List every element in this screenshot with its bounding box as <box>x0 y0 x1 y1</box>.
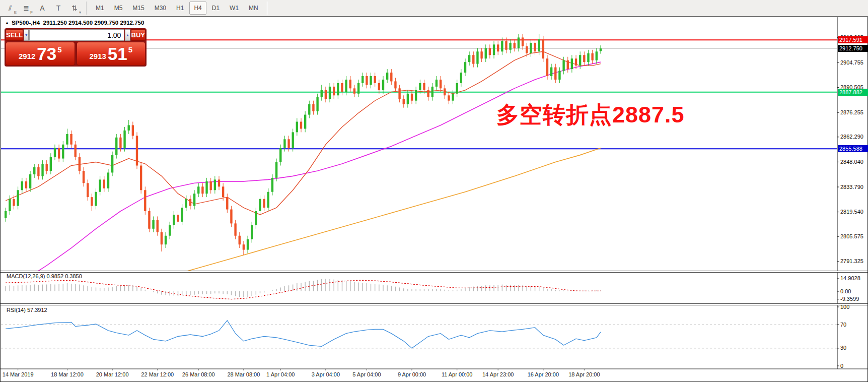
volume-increase-button[interactable]: ▲ <box>125 29 130 41</box>
time-axis-label: 1 Apr 04:00 <box>266 371 295 377</box>
price-axis-tick: 2904.755 <box>840 59 863 66</box>
time-axis-label: 14 Mar 2019 <box>3 371 34 377</box>
price-axis-tick: 2805.575 <box>840 233 863 239</box>
timeframe-button-M5[interactable]: M5 <box>110 2 127 15</box>
sell-price-main: 73 <box>37 44 56 63</box>
timeframe-button-H1[interactable]: H1 <box>172 2 188 15</box>
pane-separator[interactable] <box>1 271 867 273</box>
timeframe-button-M1[interactable]: M1 <box>91 2 109 15</box>
time-axis-label: 11 Apr 00:00 <box>442 371 473 377</box>
time-axis-label: 3 Apr 04:00 <box>312 371 340 377</box>
price-axis-tick: 2876.255 <box>840 109 863 115</box>
timeframe-button-M30[interactable]: M30 <box>150 2 171 15</box>
price-axis-tick: 2833.790 <box>840 184 863 190</box>
sell-button[interactable]: SELL <box>6 29 23 41</box>
toolbar-separator <box>267 2 268 15</box>
volume-input[interactable] <box>29 29 124 41</box>
price-level-badge: 2917.591 <box>838 36 868 43</box>
macd-axis-tick: 14.9028 <box>840 275 860 281</box>
time-axis-label: 9 Apr 00:00 <box>398 371 426 377</box>
timeframe-button-W1[interactable]: W1 <box>225 2 243 15</box>
buy-price-button[interactable]: 2913 51 5 <box>77 42 146 66</box>
price-level-badge: 2912.750 <box>838 45 868 52</box>
rsi-axis-tick: 70 <box>840 322 846 328</box>
time-axis-label: 18 Mar 12:00 <box>51 371 84 377</box>
price-axis-tick: 2862.290 <box>840 134 863 140</box>
sell-price-base: 2912 <box>19 52 35 60</box>
price-axis-tick: 2791.325 <box>840 258 863 264</box>
price-level-badge: 2887.882 <box>838 89 868 96</box>
time-axis-label: 5 Apr 04:00 <box>352 371 381 377</box>
timeframe-button-D1[interactable]: D1 <box>207 2 224 15</box>
symbol-period-label: SP500-,H4 <box>12 20 40 26</box>
rsi-axis-tick: 30 <box>840 345 846 351</box>
macd-axis-tick: -9.3599 <box>840 296 859 302</box>
chart-collapse-icon[interactable]: ▲ <box>5 21 9 25</box>
price-axis-tick: 2848.040 <box>840 159 863 165</box>
buy-price-main: 51 <box>108 44 127 63</box>
buy-button[interactable]: BUY <box>131 29 146 41</box>
arrows-icon[interactable]: ⇅▾ <box>67 2 82 15</box>
macd-axis-tick: 0.00 <box>840 288 851 294</box>
buy-price-pip: 5 <box>128 45 132 54</box>
chart-title: ▲SP500-,H4 2911.250 2914.500 2909.750 29… <box>5 20 144 26</box>
time-axis-label: 16 Apr 20:00 <box>528 371 559 377</box>
rsi-label: RSI(14) 57.3912 <box>7 307 47 313</box>
text-label-icon[interactable]: T <box>51 2 66 15</box>
sell-price-pip: 5 <box>57 45 61 54</box>
time-axis-label: 14 Apr 23:00 <box>482 371 514 377</box>
time-axis-label: 26 Mar 08:00 <box>182 371 215 377</box>
timeframe-group: M1M5M15M30H1H4D1W1MN <box>91 2 263 15</box>
ohlc-values: 2911.250 2914.500 2909.750 2912.750 <box>43 20 144 26</box>
price-axis-tick: 2819.540 <box>840 209 863 215</box>
toolbar: ⫽E≣FAT⇅▾ M1M5M15M30H1H4D1W1MN <box>0 0 868 17</box>
toolbar-separator <box>86 2 87 15</box>
time-axis-label: 22 Mar 12:00 <box>141 371 174 377</box>
time-axis-label: 18 Apr 20:00 <box>568 371 600 377</box>
text-icon[interactable]: A <box>35 2 50 15</box>
chart-annotation-text: 多空转折点2887.5 <box>496 100 685 130</box>
rsi-axis-tick: 0 <box>840 363 843 369</box>
sell-price-button[interactable]: 2912 73 5 <box>6 42 75 66</box>
timeframe-button-H4[interactable]: H4 <box>189 2 206 15</box>
equidistant-channel-icon[interactable]: ⫽E <box>3 2 18 15</box>
pane-separator[interactable] <box>1 303 867 305</box>
one-click-trade-panel: SELL ▼ ▲ BUY 2912 73 5 2913 51 5 <box>5 28 147 67</box>
macd-label: MACD(12,26,9) 0.9852 0.3850 <box>7 273 82 279</box>
chart-window[interactable]: ▲SP500-,H4 2911.250 2914.500 2909.750 29… <box>0 17 868 382</box>
fibonacci-icon[interactable]: ≣F <box>19 2 34 15</box>
buy-price-base: 2913 <box>89 52 106 60</box>
chart-canvas <box>1 17 867 381</box>
volume-decrease-button[interactable]: ▼ <box>24 29 29 41</box>
time-axis-label: 20 Mar 12:00 <box>96 371 129 377</box>
timeframe-button-M15[interactable]: M15 <box>128 2 149 15</box>
time-axis-label: 28 Mar 08:00 <box>227 371 260 377</box>
timeframe-button-MN[interactable]: MN <box>244 2 263 15</box>
drawing-tools-group: ⫽E≣FAT⇅▾ <box>2 2 83 15</box>
price-level-badge: 2855.588 <box>838 145 868 152</box>
